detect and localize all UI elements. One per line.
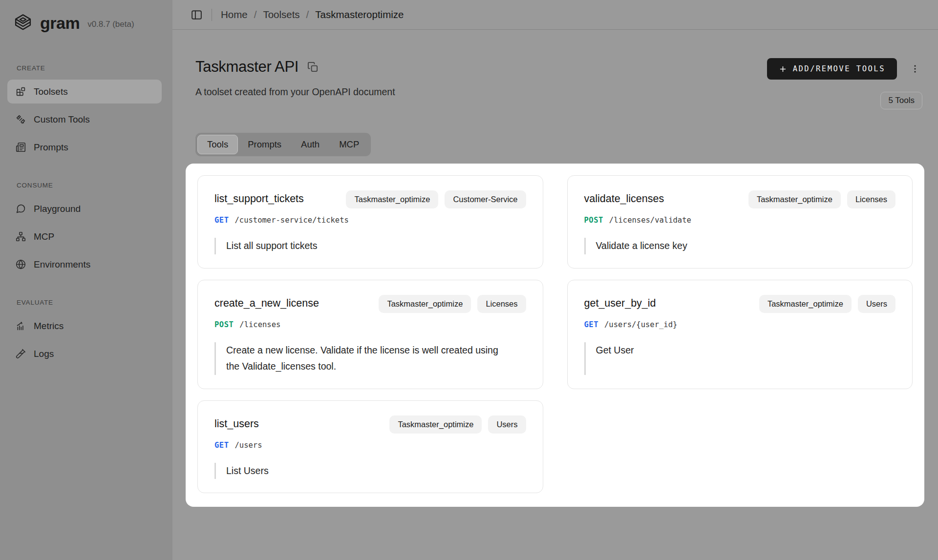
breadcrumb-home[interactable]: Home	[221, 9, 248, 21]
tool-name: get_user_by_id	[584, 295, 656, 310]
tool-name: create_a_new_license	[214, 295, 319, 310]
page-subtitle: A toolset created from your OpenAPI docu…	[195, 86, 395, 98]
copy-icon	[307, 62, 319, 73]
tool-name: list_support_tickets	[214, 190, 304, 205]
sidebar-item-prompts[interactable]: Prompts	[7, 135, 162, 159]
gram-logo-icon	[13, 13, 33, 33]
more-options-button[interactable]	[908, 62, 922, 76]
breadcrumb-separator: /	[306, 9, 309, 21]
newspaper-icon	[16, 142, 26, 152]
sidebar-item-playground[interactable]: Playground	[7, 197, 162, 221]
add-remove-tools-button[interactable]: ADD/REMOVE TOOLS	[767, 58, 897, 80]
tool-card-validate-licenses[interactable]: validate_licenses Taskmaster_optimize Li…	[567, 175, 913, 269]
sidebar-item-label: Prompts	[34, 142, 68, 153]
pencil-ruler-icon	[16, 114, 26, 124]
sidebar-item-label: Metrics	[34, 321, 64, 332]
breadcrumb-toolsets[interactable]: Toolsets	[263, 9, 299, 21]
tool-description: Get User	[584, 342, 896, 375]
breadcrumb-separator: /	[254, 9, 257, 21]
sidebar-item-label: Playground	[34, 204, 81, 214]
section-label-consume: CONSUME	[0, 182, 172, 189]
tools-count-badge: 5 Tools	[880, 92, 922, 109]
main-area: Home / Toolsets / Taskmasteroptimize Tas…	[172, 0, 938, 560]
http-method: GET	[214, 216, 229, 225]
sidebar-item-logs[interactable]: Logs	[7, 342, 162, 366]
breadcrumb: Home / Toolsets / Taskmasteroptimize	[221, 9, 404, 21]
tab-group: Tools Prompts Auth MCP	[195, 133, 371, 156]
tool-badge: Users	[858, 295, 895, 313]
app-logo: gram v0.8.7 (beta)	[0, 10, 172, 36]
tab-prompts[interactable]: Prompts	[238, 135, 291, 154]
section-label-evaluate: EVALUATE	[0, 299, 172, 306]
title-row: Taskmaster API A toolset created from yo…	[195, 58, 924, 109]
breadcrumb-current[interactable]: Taskmasteroptimize	[315, 9, 404, 21]
tool-description: List Users	[214, 463, 526, 479]
content-area: Taskmaster API A toolset created from yo…	[172, 30, 938, 560]
tool-card-get-user-by-id[interactable]: get_user_by_id Taskmaster_optimize Users…	[567, 280, 913, 389]
nav-section-consume: CONSUME Playground	[0, 182, 172, 276]
topbar-divider	[212, 9, 212, 21]
sidebar: gram v0.8.7 (beta) CREATE Toolsets	[0, 0, 172, 560]
app-name: gram	[40, 14, 80, 33]
tab-tools[interactable]: Tools	[197, 135, 238, 154]
section-label-create: CREATE	[0, 64, 172, 72]
http-method: GET	[214, 441, 229, 450]
sidebar-item-label: Toolsets	[34, 86, 68, 97]
nav-section-create: CREATE Toolsets	[0, 64, 172, 159]
test-tube-icon	[16, 349, 26, 359]
tool-badge: Users	[488, 415, 526, 434]
tool-card-create-a-new-license[interactable]: create_a_new_license Taskmaster_optimize…	[197, 280, 543, 389]
page-title: Taskmaster API	[195, 58, 298, 76]
tool-badge: Taskmaster_optimize	[379, 295, 471, 313]
tool-badge: Taskmaster_optimize	[389, 415, 482, 434]
plus-icon	[779, 65, 787, 73]
chart-icon	[16, 321, 26, 331]
endpoint-path: /users	[235, 441, 262, 450]
endpoint-path: /licenses	[239, 320, 280, 329]
tool-name: validate_licenses	[584, 190, 664, 205]
tool-name: list_users	[214, 415, 259, 430]
sidebar-item-label: Custom Tools	[34, 114, 90, 125]
network-icon	[16, 231, 26, 242]
tabs-row: Tools Prompts Auth MCP	[195, 133, 924, 156]
sidebar-nav: CREATE Toolsets	[0, 64, 172, 366]
sidebar-item-toolsets[interactable]: Toolsets	[7, 80, 162, 104]
tools-panel: list_support_tickets Taskmaster_optimize…	[186, 164, 924, 507]
topbar: Home / Toolsets / Taskmasteroptimize	[172, 0, 938, 30]
sidebar-item-metrics[interactable]: Metrics	[7, 314, 162, 338]
sidebar-item-label: Environments	[34, 259, 90, 270]
tool-badge: Customer-Service	[445, 190, 526, 208]
tool-badge: Licenses	[477, 295, 526, 313]
globe-icon	[16, 259, 26, 270]
http-method: POST	[584, 216, 603, 225]
sidebar-item-label: MCP	[34, 231, 54, 242]
tab-auth[interactable]: Auth	[291, 135, 329, 154]
message-bubble-icon	[16, 204, 26, 214]
add-remove-tools-label: ADD/REMOVE TOOLS	[793, 64, 885, 73]
tab-mcp[interactable]: MCP	[329, 135, 369, 154]
panel-left-icon	[191, 9, 203, 21]
http-method: POST	[214, 320, 234, 329]
tool-card-list-users[interactable]: list_users Taskmaster_optimize Users GET…	[197, 400, 543, 494]
tool-badge: Taskmaster_optimize	[759, 295, 852, 313]
endpoint-path: /customer-service/tickets	[235, 216, 349, 225]
tool-badge: Taskmaster_optimize	[748, 190, 841, 208]
tool-card-list-support-tickets[interactable]: list_support_tickets Taskmaster_optimize…	[197, 175, 543, 269]
tool-description: Create a new license. Validate if the li…	[214, 342, 526, 375]
tools-grid: list_support_tickets Taskmaster_optimize…	[197, 175, 913, 493]
tool-badge: Licenses	[847, 190, 895, 208]
nav-section-evaluate: EVALUATE Metrics Logs	[0, 299, 172, 366]
kebab-menu-icon	[910, 63, 920, 74]
copy-button[interactable]	[306, 61, 320, 74]
sidebar-item-mcp[interactable]: MCP	[7, 225, 162, 249]
tool-description: Validate a license key	[584, 238, 896, 254]
sidebar-item-custom-tools[interactable]: Custom Tools	[7, 107, 162, 131]
endpoint-path: /users/{user_id}	[604, 320, 677, 329]
sidebar-item-label: Logs	[34, 349, 54, 359]
app-version: v0.8.7 (beta)	[87, 20, 134, 29]
http-method: GET	[584, 320, 599, 329]
sidebar-item-environments[interactable]: Environments	[7, 252, 162, 276]
sidebar-toggle-button[interactable]	[189, 7, 205, 23]
tool-badge: Taskmaster_optimize	[346, 190, 438, 208]
endpoint-path: /licenses/validate	[609, 216, 691, 225]
